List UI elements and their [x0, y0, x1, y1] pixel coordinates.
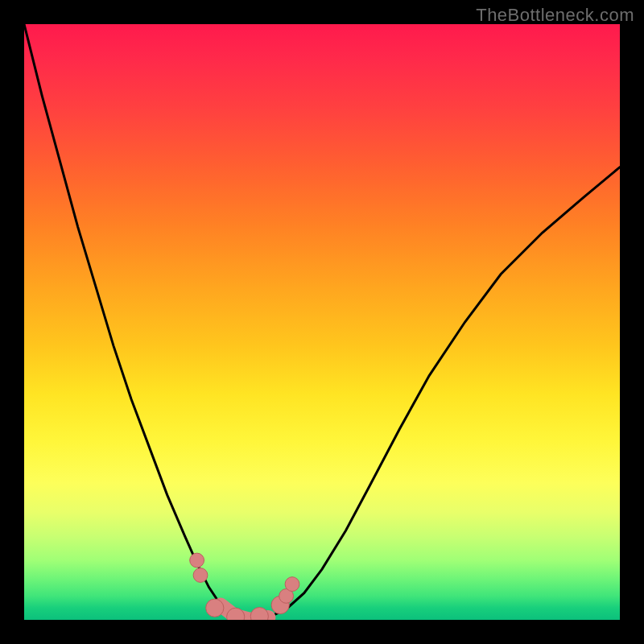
- marker-point: [190, 553, 204, 568]
- marker-group: [190, 553, 299, 620]
- watermark-text: TheBottleneck.com: [476, 5, 634, 26]
- marker-point: [193, 568, 208, 583]
- chart-svg: [24, 24, 620, 620]
- marker-point: [285, 577, 299, 592]
- marker-point: [206, 599, 224, 617]
- chart-frame: TheBottleneck.com: [0, 0, 644, 644]
- marker-point: [250, 608, 268, 621]
- plot-area: [24, 24, 620, 620]
- bottleneck-curve: [24, 24, 620, 620]
